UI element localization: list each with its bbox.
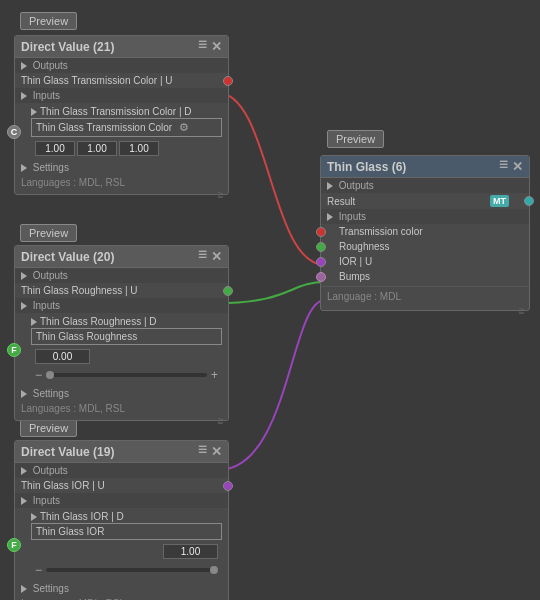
top-preview-button[interactable]: Preview	[20, 12, 77, 30]
dv19-menu-icon[interactable]: ☰	[198, 444, 207, 459]
dv20-close-btn[interactable]: ✕	[211, 249, 222, 264]
tg-inputs-arrow	[327, 213, 333, 221]
dv21-color-label: Thin Glass Transmission Color	[36, 122, 172, 133]
dv21-triple-values	[31, 139, 222, 158]
tg-output-badge: MT	[490, 195, 509, 207]
dv19-output-ior: Thin Glass IOR | U	[15, 478, 228, 493]
tg-preview-button[interactable]: Preview	[327, 130, 384, 148]
dv21-triangle	[31, 108, 37, 116]
direct-value-21-panel: Direct Value (21) ☰ ✕ Outputs Thin Glass…	[14, 35, 229, 195]
dv21-color-preview: Thin Glass Transmission Color ⚙	[31, 118, 222, 137]
dv21-gear-icon[interactable]: ⚙	[179, 121, 189, 133]
dv19-output-connector[interactable]	[223, 481, 233, 491]
tg-outputs-label: Outputs	[321, 178, 529, 193]
dv19-triangle	[31, 513, 37, 521]
dv20-outputs-arrow	[21, 272, 27, 280]
tg-ior-connector[interactable]	[316, 257, 326, 267]
dv20-slider[interactable]	[46, 373, 207, 377]
dv20-menu-icon[interactable]: ☰	[198, 249, 207, 264]
preview-button-3[interactable]: Preview	[20, 419, 77, 437]
dv20-f-badge: F	[7, 343, 21, 357]
dv19-slider-thumb[interactable]	[210, 566, 218, 574]
preview-btn-2-container: Preview	[14, 220, 83, 246]
thin-glass-close-btn[interactable]: ✕	[512, 159, 523, 174]
dv20-output-label: Thin Glass Roughness | U	[21, 285, 138, 296]
dv21-val3-input[interactable]	[119, 141, 159, 156]
direct-value-21-menu-icon[interactable]: ☰	[198, 39, 207, 54]
dv19-settings-arrow	[21, 585, 27, 593]
tg-transmission-connector[interactable]	[316, 227, 326, 237]
dv20-settings-row[interactable]: Settings	[15, 386, 228, 401]
dv19-ior-input-row: Thin Glass IOR | D	[31, 510, 222, 523]
dv21-input-inner: Thin Glass Transmission Color | D Thin G…	[31, 105, 222, 158]
dv21-input-transmission-label: Thin Glass Transmission Color | D	[40, 106, 222, 117]
tg-roughness-label: Roughness	[339, 241, 390, 252]
dv20-output-connector[interactable]	[223, 286, 233, 296]
tg-transmission-label: Transmission color	[339, 226, 423, 237]
dv19-value-row	[31, 542, 222, 561]
tg-ior-row: IOR | U	[321, 254, 529, 269]
dv21-outputs-label: Outputs	[15, 58, 228, 73]
dv20-roughness-label: Thin Glass Roughness | D	[40, 316, 222, 327]
dv20-input-row: F Thin Glass Roughness | D Thin Glass Ro…	[15, 313, 228, 386]
direct-value-21-title: Direct Value (21)	[21, 40, 114, 54]
tg-roughness-connector[interactable]	[316, 242, 326, 252]
dv20-minus-icon[interactable]: −	[35, 368, 42, 382]
dv21-input-transmission-row: Thin Glass Transmission Color | D	[31, 105, 222, 118]
dv21-settings-row[interactable]: Settings	[15, 160, 228, 175]
dv19-close-btn[interactable]: ✕	[211, 444, 222, 459]
dv20-title: Direct Value (20)	[21, 250, 114, 264]
dv20-outputs-label: Outputs	[15, 268, 228, 283]
dv20-inputs-arrow	[21, 302, 27, 310]
dv20-plus-icon[interactable]: +	[211, 368, 218, 382]
tg-roughness-row: Roughness	[321, 239, 529, 254]
dv19-color-label: Thin Glass IOR	[36, 526, 104, 537]
dv20-inputs-label: Inputs	[15, 298, 228, 313]
direct-value-20-panel: Direct Value (20) ☰ ✕ Outputs Thin Glass…	[14, 245, 229, 421]
tg-inputs-label: Inputs	[321, 209, 529, 224]
dv21-output-connector[interactable]	[223, 76, 233, 86]
tg-outputs-arrow	[327, 182, 333, 190]
dv19-val1-input[interactable]	[163, 544, 218, 559]
dv19-settings-label: Settings	[33, 583, 69, 594]
tg-footer: ≧	[321, 306, 529, 310]
dv19-title: Direct Value (19)	[21, 445, 114, 459]
dv19-settings-row[interactable]: Settings	[15, 581, 228, 596]
dv19-f-badge: F	[7, 538, 21, 552]
direct-value-21-close-btn[interactable]: ✕	[211, 39, 222, 54]
dv19-inputs-label: Inputs	[15, 493, 228, 508]
thin-glass-header: Thin Glass (6) ☰ ✕	[321, 156, 529, 178]
tg-ior-label: IOR | U	[339, 256, 372, 267]
dv21-output-label: Thin Glass Transmission Color | U	[21, 75, 173, 86]
dv20-output-roughness: Thin Glass Roughness | U	[15, 283, 228, 298]
dv20-value-row	[31, 347, 222, 366]
tg-output-connector[interactable]	[524, 196, 534, 206]
dv20-slider-thumb[interactable]	[46, 371, 54, 379]
dv20-color-preview: Thin Glass Roughness	[31, 328, 222, 345]
dv19-outputs-label: Outputs	[15, 463, 228, 478]
dv19-minus-icon[interactable]: −	[35, 563, 42, 577]
dv20-slider-row: − +	[31, 366, 222, 384]
dv21-languages-row: Languages : MDL, RSL	[15, 175, 228, 190]
tg-bumps-row: Bumps	[321, 269, 529, 284]
tg-language-row: Language : MDL	[321, 286, 529, 306]
preview-button-2[interactable]: Preview	[20, 224, 77, 242]
dv21-val1-input[interactable]	[35, 141, 75, 156]
dv19-slider[interactable]	[46, 568, 218, 572]
tg-bumps-label: Bumps	[339, 271, 370, 282]
dv19-color-preview: Thin Glass IOR	[31, 523, 222, 540]
tg-output-result: Result MT	[321, 193, 529, 209]
dv21-val2-input[interactable]	[77, 141, 117, 156]
dv21-inputs-label: Inputs	[15, 88, 228, 103]
dv19-input-row: F Thin Glass IOR | D Thin Glass IOR −	[15, 508, 228, 581]
dv19-header: Direct Value (19) ☰ ✕	[15, 441, 228, 463]
dv19-ior-label: Thin Glass IOR | D	[40, 511, 222, 522]
tg-bumps-connector[interactable]	[316, 272, 326, 282]
direct-value-21-header: Direct Value (21) ☰ ✕	[15, 36, 228, 58]
thin-glass-menu-icon[interactable]: ☰	[499, 159, 508, 174]
dv20-footer: ≧	[15, 416, 228, 420]
dv20-val1-input[interactable]	[35, 349, 90, 364]
thin-glass-title: Thin Glass (6)	[327, 160, 406, 174]
dv20-roughness-row: Thin Glass Roughness | D	[31, 315, 222, 328]
dv21-footer: ≧	[15, 190, 228, 194]
